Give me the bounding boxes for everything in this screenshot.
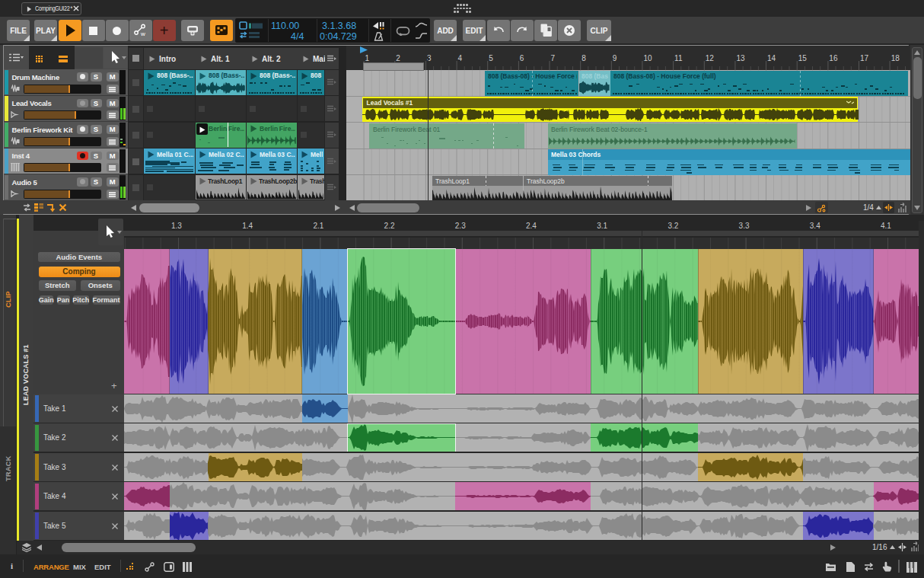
svg-text:w: w [140, 30, 145, 37]
